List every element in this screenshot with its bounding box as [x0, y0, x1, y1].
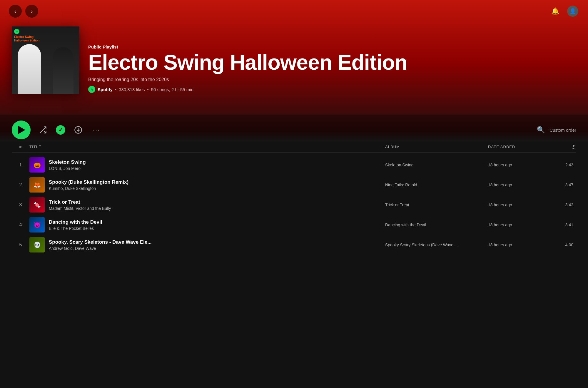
track-row[interactable]: 4 😈 Dancing with the Devil Elle & The Po… [12, 215, 576, 235]
track-text: Spooky, Scary Skeletons - Dave Wave Ele.… [49, 239, 152, 251]
forward-button[interactable]: › [25, 5, 38, 18]
track-list-header: # Title Album Date added ⏱ [12, 142, 576, 153]
download-button[interactable] [72, 124, 84, 136]
track-date-added: 18 hours ago [488, 203, 553, 207]
play-icon [18, 126, 25, 134]
nav-left: ‹ › [9, 5, 38, 18]
playlist-description: Bringing the roaring 20s into the 2020s [88, 77, 576, 82]
col-num: # [12, 145, 29, 150]
playlist-creator: Spotify [98, 87, 113, 92]
download-icon [74, 126, 82, 134]
more-dots-icon: ··· [93, 126, 100, 134]
track-thumbnail: 💀 [29, 237, 45, 252]
playlist-cover: ♫ Electro Swing Halloween Edition [12, 26, 79, 94]
track-duration: 3:41 [553, 223, 576, 227]
col-album: Album [385, 145, 488, 150]
col-title: Title [29, 145, 385, 150]
track-list-area: # Title Album Date added ⏱ 1 🎃 Skeleton … [0, 142, 588, 255]
track-name: Spooky (Duke Skellington Remix) [49, 179, 128, 185]
track-album: Dancing with the Devil [385, 223, 488, 227]
track-thumbnail: 🍬 [29, 197, 45, 213]
thumb-emoji: 😈 [29, 217, 45, 233]
playlist-meta: ♫ Spotify • 380,813 likes • 50 songs, 2 … [88, 86, 576, 93]
track-number: 2 [12, 182, 29, 188]
track-text: Dancing with the Devil Elle & The Pocket… [49, 219, 102, 231]
track-name: Spooky, Scary Skeletons - Dave Wave Ele.… [49, 239, 152, 245]
back-button[interactable]: ‹ [9, 5, 22, 18]
track-rows-container: 1 🎃 Skeleton Swing LÒNIS, Jon Mero Skele… [12, 155, 576, 255]
thumb-emoji: 💀 [29, 237, 45, 252]
check-icon: ✓ [56, 125, 65, 135]
track-duration: 2:43 [553, 163, 576, 167]
track-info: 🦊 Spooky (Duke Skellington Remix) Kumiho… [29, 177, 385, 193]
liked-button[interactable]: ✓ [55, 125, 66, 135]
bell-icon: 🔔 [551, 7, 559, 15]
track-text: Trick or Treat Madam Misfit, Victor and … [49, 199, 111, 211]
shuffle-icon [39, 126, 47, 134]
track-number: 1 [12, 162, 29, 168]
track-thumbnail: 😈 [29, 217, 45, 233]
track-text: Skeleton Swing LÒNIS, Jon Mero [49, 159, 86, 171]
thumb-emoji: 🎃 [29, 157, 45, 173]
track-name: Dancing with the Devil [49, 219, 102, 225]
track-artist: Andrew Gold, Dave Wave [49, 246, 152, 251]
notification-button[interactable]: 🔔 [549, 5, 562, 18]
track-number: 5 [12, 242, 29, 247]
track-number: 3 [12, 202, 29, 208]
header-area: ‹ › 🔔 👤 ♫ [0, 0, 588, 115]
controls-right: 🔍 Custom order [537, 126, 576, 134]
col-time: ⏱ [553, 145, 576, 150]
profile-button[interactable]: 👤 [566, 5, 579, 18]
shuffle-button[interactable] [37, 124, 49, 136]
cover-art: ♫ Electro Swing Halloween Edition [12, 26, 79, 94]
clock-icon: ⏱ [571, 145, 576, 150]
track-duration: 4:00 [553, 242, 576, 247]
thumb-emoji: 🍬 [29, 197, 45, 213]
track-row[interactable]: 2 🦊 Spooky (Duke Skellington Remix) Kumi… [12, 175, 576, 195]
controls-bar: ✓ ··· 🔍 Custom order [0, 115, 588, 142]
track-thumbnail: 🎃 [29, 157, 45, 173]
track-duration: 3:42 [553, 203, 576, 207]
track-name: Trick or Treat [49, 199, 111, 205]
track-duration: 3:47 [553, 183, 576, 187]
track-number: 4 [12, 222, 29, 228]
track-row[interactable]: 1 🎃 Skeleton Swing LÒNIS, Jon Mero Skele… [12, 155, 576, 175]
playlist-songs: 50 songs, 2 hr 55 min [151, 87, 193, 92]
col-date-added: Date added [488, 145, 553, 150]
playlist-type-label: Public Playlist [88, 44, 576, 49]
track-artist: Elle & The Pocket Belles [49, 226, 102, 231]
track-info: 🎃 Skeleton Swing LÒNIS, Jon Mero [29, 157, 385, 173]
playlist-likes: 380,813 likes [119, 87, 145, 92]
track-date-added: 18 hours ago [488, 183, 553, 187]
track-artist: Madam Misfit, Victor and the Bully [49, 206, 111, 211]
play-button[interactable] [12, 121, 31, 139]
playlist-info: Public Playlist Electro Swing Halloween … [88, 44, 576, 94]
custom-order-label[interactable]: Custom order [549, 128, 576, 133]
nav-right: 🔔 👤 [549, 5, 579, 18]
track-date-added: 18 hours ago [488, 242, 553, 247]
top-nav: ‹ › 🔔 👤 [0, 0, 588, 21]
playlist-hero: ♫ Electro Swing Halloween Edition Public… [0, 21, 588, 103]
track-album: Nine Tails: Retold [385, 183, 488, 187]
search-icon: 🔍 [537, 126, 545, 133]
profile-icon: 👤 [567, 6, 578, 17]
track-album: Skeleton Swing [385, 163, 488, 167]
more-options-button[interactable]: ··· [91, 124, 102, 136]
track-album: Spooky Scary Skeletons (Dave Wave ... [385, 242, 488, 247]
thumb-emoji: 🦊 [29, 177, 45, 193]
track-info: 😈 Dancing with the Devil Elle & The Pock… [29, 217, 385, 233]
track-date-added: 18 hours ago [488, 163, 553, 167]
track-text: Spooky (Duke Skellington Remix) Kumiho, … [49, 179, 128, 191]
spotify-icon: ♫ [88, 86, 95, 93]
playlist-title: Electro Swing Halloween Edition [88, 52, 576, 73]
track-artist: Kumiho, Duke Skellington [49, 186, 128, 191]
track-info: 🍬 Trick or Treat Madam Misfit, Victor an… [29, 197, 385, 213]
track-date-added: 18 hours ago [488, 223, 553, 227]
track-artist: LÒNIS, Jon Mero [49, 166, 86, 171]
track-row[interactable]: 5 💀 Spooky, Scary Skeletons - Dave Wave … [12, 235, 576, 255]
track-thumbnail: 🦊 [29, 177, 45, 193]
track-row[interactable]: 3 🍬 Trick or Treat Madam Misfit, Victor … [12, 195, 576, 215]
track-info: 💀 Spooky, Scary Skeletons - Dave Wave El… [29, 237, 385, 252]
search-button[interactable]: 🔍 [537, 126, 545, 134]
track-album: Trick or Treat [385, 203, 488, 207]
